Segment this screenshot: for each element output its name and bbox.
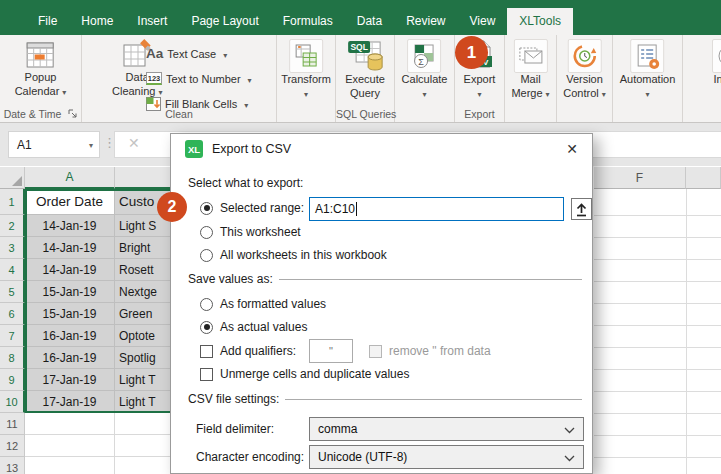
name-box[interactable]: A1 ▾ bbox=[8, 131, 100, 158]
field-delimiter-select[interactable]: comma bbox=[309, 417, 584, 441]
select-range-button[interactable] bbox=[571, 198, 592, 220]
select-all-corner[interactable] bbox=[0, 167, 25, 189]
radio-as-formatted-values[interactable]: As formatted values bbox=[200, 296, 326, 312]
tab-review[interactable]: Review bbox=[394, 8, 457, 35]
radio-as-actual-values[interactable]: As actual values bbox=[200, 319, 307, 335]
row-header-11[interactable]: 11 bbox=[0, 413, 25, 435]
group-label-clean: Clean bbox=[82, 108, 276, 120]
row-header-7[interactable]: 7 bbox=[0, 325, 25, 347]
chevron-down-icon[interactable]: ▾ bbox=[89, 141, 93, 150]
step-1-badge: 1 bbox=[455, 36, 488, 69]
automation-icon bbox=[631, 39, 665, 73]
svg-text:Σ: Σ bbox=[419, 57, 425, 67]
cell-A8[interactable]: 16-Jan-19 bbox=[25, 347, 115, 369]
text-to-number-button[interactable]: 123 Text to Number bbox=[146, 66, 252, 91]
mail-merge-button[interactable]: Mail Merge bbox=[511, 39, 549, 101]
radio-selected-range[interactable]: Selected range: bbox=[200, 200, 304, 216]
chevron-down-icon bbox=[564, 427, 575, 434]
row-header-10[interactable]: 10 bbox=[0, 391, 25, 413]
dialog-launcher-icon[interactable] bbox=[68, 109, 77, 118]
version-control-button[interactable]: Version Control bbox=[563, 39, 605, 101]
cell-A6[interactable]: 15-Jan-19 bbox=[25, 303, 115, 325]
tab-file[interactable]: File bbox=[26, 8, 69, 35]
ribbon-group-information: ? Inform bbox=[683, 35, 721, 122]
cell-A11[interactable] bbox=[25, 413, 115, 435]
information-icon: ? bbox=[712, 39, 721, 73]
cell-A1[interactable]: Order Date bbox=[25, 189, 115, 215]
row-header-13[interactable]: 13 bbox=[0, 457, 25, 474]
ribbon-group-mail-merge: Mail Merge bbox=[505, 35, 557, 122]
calculate-button[interactable]: Σ Calculate bbox=[402, 39, 448, 101]
row-header-4[interactable]: 4 bbox=[0, 259, 25, 281]
cell-A7[interactable]: 16-Jan-19 bbox=[25, 325, 115, 347]
tab-insert[interactable]: Insert bbox=[125, 8, 179, 35]
group-label-sql-queries: SQL Queries bbox=[336, 108, 394, 120]
radio-icon[interactable] bbox=[200, 298, 213, 311]
save-values-section: Save values as: bbox=[188, 271, 582, 287]
cancel-icon: ✕ bbox=[128, 135, 140, 151]
radio-all-worksheets[interactable]: All worksheets in this workbook bbox=[200, 247, 387, 263]
calculate-icon: Σ bbox=[407, 39, 441, 73]
character-encoding-select[interactable]: Unicode (UTF-8) bbox=[309, 445, 584, 469]
chevron-down-icon bbox=[564, 455, 575, 462]
cell-A5[interactable]: 15-Jan-19 bbox=[25, 281, 115, 303]
tab-data[interactable]: Data bbox=[345, 8, 394, 35]
ribbon-group-version-control: Version Control bbox=[557, 35, 613, 122]
row-header-12[interactable]: 12 bbox=[0, 435, 25, 457]
close-icon[interactable]: ✕ bbox=[560, 139, 584, 159]
radio-this-worksheet[interactable]: This worksheet bbox=[200, 224, 301, 240]
text-cursor bbox=[356, 202, 357, 216]
formula-bar-divider: ⋮ bbox=[103, 135, 116, 150]
csv-settings-section: CSV file settings: bbox=[188, 391, 582, 407]
checkbox-icon[interactable] bbox=[200, 345, 213, 358]
text-case-button[interactable]: Aa Text Case bbox=[146, 41, 252, 66]
select-section-label: Select what to export: bbox=[188, 176, 303, 190]
ribbon-tab-bar: FileHomeInsertPage LayoutFormulasDataRev… bbox=[0, 0, 721, 35]
tab-xltools[interactable]: XLTools bbox=[507, 8, 573, 35]
cell-A10[interactable]: 17-Jan-19 bbox=[25, 391, 115, 413]
dialog-title-bar[interactable]: XL Export to CSV ✕ bbox=[171, 134, 592, 164]
svg-text:SQL: SQL bbox=[350, 42, 367, 52]
checkbox-add-qualifiers[interactable]: Add qualifiers: bbox=[200, 343, 296, 359]
cell-A9[interactable]: 17-Jan-19 bbox=[25, 369, 115, 391]
mail-merge-icon bbox=[513, 39, 547, 73]
dialog-title: Export to CSV bbox=[212, 142, 291, 156]
group-label-date-time: Date & Time bbox=[0, 108, 81, 120]
column-header-g[interactable] bbox=[686, 167, 721, 189]
transform-button[interactable]: Transform bbox=[281, 39, 331, 101]
automation-button[interactable]: Automation bbox=[620, 39, 676, 101]
ribbon-group-date-time: Popup Calendar Date & Time bbox=[0, 35, 82, 122]
cell-A4[interactable]: 14-Jan-19 bbox=[25, 259, 115, 281]
popup-calendar-button[interactable]: Popup Calendar bbox=[15, 39, 67, 99]
radio-icon[interactable] bbox=[200, 249, 213, 262]
text-case-icon: Aa bbox=[146, 46, 163, 61]
row-header-3[interactable]: 3 bbox=[0, 237, 25, 259]
row-header-9[interactable]: 9 bbox=[0, 369, 25, 391]
information-button[interactable]: ? Inform bbox=[712, 39, 721, 101]
cell-A2[interactable]: 14-Jan-19 bbox=[25, 215, 115, 237]
tab-formulas[interactable]: Formulas bbox=[271, 8, 345, 35]
cell-A3[interactable]: 14-Jan-19 bbox=[25, 237, 115, 259]
column-header-f[interactable]: F bbox=[594, 167, 686, 189]
qualifier-input[interactable]: " bbox=[309, 339, 353, 363]
radio-icon[interactable] bbox=[200, 226, 213, 239]
tab-view[interactable]: View bbox=[458, 8, 508, 35]
row-header-8[interactable]: 8 bbox=[0, 347, 25, 369]
range-select-arrow-icon bbox=[575, 202, 588, 217]
row-header-6[interactable]: 6 bbox=[0, 303, 25, 325]
cell-A13[interactable] bbox=[25, 457, 115, 474]
export-to-csv-dialog: XL Export to CSV ✕ Select what to export… bbox=[170, 133, 593, 474]
row-header-1[interactable]: 1 bbox=[0, 189, 25, 215]
checkbox-unmerge-cells[interactable]: Unmerge cells and duplicate values bbox=[200, 366, 409, 382]
range-input[interactable]: A1:C10 bbox=[309, 197, 564, 221]
radio-icon[interactable] bbox=[200, 202, 213, 215]
radio-icon[interactable] bbox=[200, 321, 213, 334]
row-header-2[interactable]: 2 bbox=[0, 215, 25, 237]
column-header-a[interactable]: A bbox=[25, 167, 115, 189]
tab-home[interactable]: Home bbox=[69, 8, 125, 35]
row-header-5[interactable]: 5 bbox=[0, 281, 25, 303]
execute-query-button[interactable]: SQL Execute Query bbox=[345, 39, 385, 100]
cell-A12[interactable] bbox=[25, 435, 115, 457]
checkbox-icon[interactable] bbox=[200, 368, 213, 381]
tab-page-layout[interactable]: Page Layout bbox=[179, 8, 270, 35]
